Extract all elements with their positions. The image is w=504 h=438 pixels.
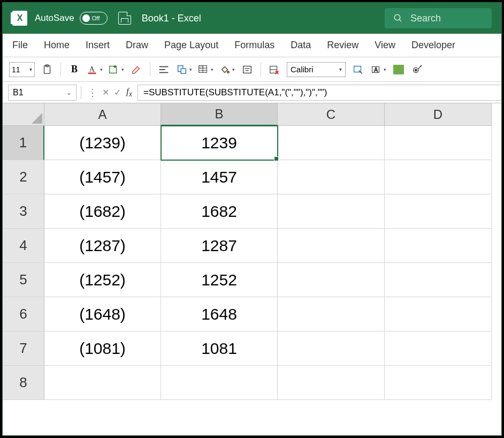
column-header-b[interactable]: B	[161, 103, 278, 126]
autosave[interactable]: AutoSave Off	[35, 12, 108, 25]
cell-d6[interactable]	[385, 297, 492, 331]
paste-special-button[interactable]	[176, 62, 192, 78]
cell-b4[interactable]: 1287	[161, 229, 278, 263]
cell-reference: B1	[13, 88, 24, 97]
cell-a7[interactable]: (1081)	[44, 331, 161, 366]
cell-a8[interactable]	[44, 366, 161, 400]
cell-a1[interactable]: (1239)	[44, 126, 161, 160]
cell-b1[interactable]: 1239	[161, 126, 278, 160]
cell-c4[interactable]	[278, 229, 385, 263]
cell-d4[interactable]	[385, 229, 492, 263]
row-header-7[interactable]: 7	[3, 331, 44, 366]
cell-d7[interactable]	[385, 331, 492, 366]
cell-a4[interactable]: (1287)	[44, 229, 161, 263]
cell-c8[interactable]	[278, 366, 385, 400]
cell-c1[interactable]	[278, 126, 385, 160]
cell-b3[interactable]: 1682	[161, 194, 278, 229]
cell-b8[interactable]	[161, 366, 278, 400]
cell-d8[interactable]	[385, 366, 492, 400]
cell-b7[interactable]: 1081	[161, 331, 278, 366]
cell-c5[interactable]	[278, 263, 385, 297]
select-all-corner[interactable]	[3, 103, 44, 126]
font-color-button[interactable]: A	[87, 62, 103, 78]
row-header-8[interactable]: 8	[3, 366, 44, 400]
tab-insert[interactable]: Insert	[86, 40, 110, 51]
cell-style-button[interactable]: A	[370, 62, 386, 78]
delete-row-button[interactable]	[268, 62, 281, 78]
cell-d5[interactable]	[385, 263, 492, 297]
new-sheet-button[interactable]	[108, 62, 124, 78]
column-header-a[interactable]: A	[44, 103, 161, 126]
cell-d3[interactable]	[385, 194, 492, 229]
font-name-select[interactable]: Calibri ▾	[287, 62, 346, 77]
tab-file[interactable]: File	[12, 40, 28, 51]
formula-text: =SUBSTITUTE(SUBSTITUTE(A1,"(",""),")",""…	[143, 87, 327, 98]
chevron-down-icon: ⌄	[66, 89, 72, 96]
title-bar: X AutoSave Off Book1 - Excel Search	[3, 3, 501, 34]
center-align-button[interactable]	[240, 62, 254, 78]
svg-point-19	[227, 71, 230, 73]
cell-b6[interactable]: 1648	[161, 297, 278, 331]
row-header-2[interactable]: 2	[3, 160, 44, 194]
svg-rect-18	[199, 65, 203, 68]
clipboard-button[interactable]	[40, 62, 54, 78]
cell-a6[interactable]: (1648)	[44, 297, 161, 331]
svg-text:A: A	[374, 66, 378, 72]
row-header-5[interactable]: 5	[3, 263, 44, 297]
ribbon-tabs: File Home Insert Draw Page Layout Formul…	[3, 34, 501, 57]
cell-c6[interactable]	[278, 297, 385, 331]
tab-page-layout[interactable]: Page Layout	[164, 40, 218, 51]
accept-formula-button[interactable]: ✓	[111, 87, 123, 99]
cell-c3[interactable]	[278, 194, 385, 229]
fill-swatch[interactable]	[392, 62, 406, 78]
font-size-select[interactable]: 11 ▾	[9, 62, 35, 77]
privacy-button[interactable]	[411, 62, 425, 78]
align-left-button[interactable]	[157, 62, 171, 78]
tab-review[interactable]: Review	[327, 40, 358, 51]
spreadsheet-grid: A B C D 1 (1239) 1239 2 (1457) 1457 3 (1…	[3, 103, 501, 435]
svg-rect-13	[181, 69, 186, 73]
chevron-down-icon: ▾	[29, 66, 32, 72]
svg-point-0	[394, 14, 400, 20]
fx-icon[interactable]: fx	[126, 86, 132, 99]
cell-b2[interactable]: 1457	[161, 160, 278, 194]
font-size-value: 11	[12, 65, 20, 74]
row-header-4[interactable]: 4	[3, 229, 44, 263]
cell-c2[interactable]	[278, 160, 385, 194]
cell-a3[interactable]: (1682)	[44, 194, 161, 229]
name-box[interactable]: B1 ⌄	[8, 85, 77, 101]
autosave-toggle[interactable]: Off	[80, 12, 108, 25]
tab-draw[interactable]: Draw	[126, 40, 148, 51]
formula-input[interactable]: =SUBSTITUTE(SUBSTITUTE(A1,"(",""),")",""…	[138, 85, 501, 101]
cell-d2[interactable]	[385, 160, 492, 194]
clear-format-button[interactable]	[129, 62, 143, 78]
column-header-c[interactable]: C	[278, 103, 385, 126]
tab-view[interactable]: View	[375, 40, 395, 51]
column-header-d[interactable]: D	[385, 103, 492, 126]
cell-a2[interactable]: (1457)	[44, 160, 161, 194]
tab-home[interactable]: Home	[44, 40, 70, 51]
cell-b5[interactable]: 1252	[161, 263, 278, 297]
more-icon[interactable]: ⋮	[88, 87, 97, 99]
search-box[interactable]: Search	[385, 8, 492, 28]
row-header-1[interactable]: 1	[3, 126, 44, 160]
search-placeholder: Search	[410, 13, 441, 24]
svg-point-31	[415, 69, 417, 71]
tab-data[interactable]: Data	[291, 40, 311, 51]
excel-app-icon: X	[12, 11, 27, 26]
tab-formulas[interactable]: Formulas	[234, 40, 274, 51]
insert-row-button[interactable]	[351, 62, 365, 78]
row-header-3[interactable]: 3	[3, 194, 44, 229]
cancel-formula-button[interactable]: ✕	[100, 87, 111, 99]
bold-button[interactable]: B	[67, 62, 81, 78]
save-icon[interactable]	[118, 12, 131, 25]
fill-color-button[interactable]	[219, 62, 235, 78]
conditional-format-button[interactable]	[197, 62, 213, 78]
cell-c7[interactable]	[278, 331, 385, 366]
chevron-down-icon: ▾	[339, 66, 342, 72]
svg-rect-20	[243, 66, 251, 73]
cell-d1[interactable]	[385, 126, 492, 160]
tab-developer[interactable]: Developer	[411, 40, 455, 51]
cell-a5[interactable]: (1252)	[44, 263, 161, 297]
row-header-6[interactable]: 6	[3, 297, 44, 331]
